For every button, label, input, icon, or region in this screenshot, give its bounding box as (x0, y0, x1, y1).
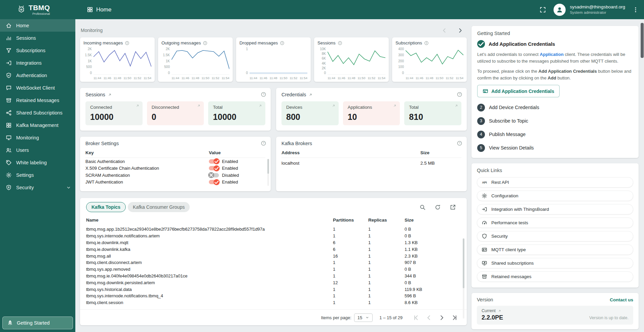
kafka-topic-row[interactable]: tbmq.msg.downlink.persisted.artem1210 B (86, 279, 457, 286)
avatar[interactable] (554, 4, 566, 16)
sidebar-item-white-labeling[interactable]: White labeling (0, 156, 75, 169)
quick-link-performance-tests[interactable]: Performance tests (477, 218, 633, 228)
kafka-topic-row[interactable]: tbmq.msg.ie.040fe4e098454e0db2640b30217a… (86, 273, 457, 279)
getting-started-step-5[interactable]: 5View Session Details (477, 141, 633, 155)
tbmq-logo[interactable]: TBMQ Professional (0, 4, 75, 15)
quick-link-security[interactable]: Security (477, 231, 633, 241)
search-icon[interactable] (419, 204, 426, 210)
kafka-topic-row[interactable]: tbmq.client.disconnect.artem11907 B (86, 259, 457, 266)
fullscreen-icon[interactable] (539, 6, 546, 13)
application-link[interactable]: Application (540, 52, 564, 57)
kafka-topic-row[interactable]: tbmq.sys.app.removed110 B (86, 266, 457, 273)
info-icon[interactable] (280, 41, 285, 45)
prev-page-button[interactable] (425, 314, 432, 321)
topic-size: 2.3 KB (405, 254, 457, 259)
charts-prev-icon[interactable] (441, 27, 448, 34)
quick-link-rest-api[interactable]: APIRest API (477, 177, 633, 188)
getting-started-step-2[interactable]: 2Add Device Credentials (477, 101, 633, 114)
toggle-off-switch[interactable] (209, 173, 219, 177)
sidebar-item-retained-messages[interactable]: Retained Messages (0, 94, 75, 106)
kafka-topic-row[interactable]: tbmq.client.session118.6 KB (86, 299, 457, 306)
home-icon (6, 23, 12, 29)
sidebar-item-websocket-client[interactable]: WebSocket Client (0, 81, 75, 94)
kebab-menu-icon[interactable] (633, 6, 639, 13)
topic-partitions: 1 (333, 300, 368, 305)
broker-settings-title: Broker Settings (85, 141, 119, 146)
brand-name: TBMQ (29, 4, 50, 11)
page-scrollbar[interactable] (641, 20, 644, 331)
help-icon[interactable]: ? (457, 140, 462, 146)
sidebar-item-settings[interactable]: Settings (0, 169, 75, 181)
step-number-badge: 3 (477, 117, 485, 125)
version-status: Version is up to date. (589, 316, 629, 321)
charts-next-icon[interactable] (457, 27, 463, 34)
sidebar-item-users[interactable]: Users (0, 144, 75, 156)
sidebar-item-sessions[interactable]: Sessions (0, 32, 75, 44)
credentials-total-stat[interactable]: Total810 (404, 101, 461, 125)
first-page-button[interactable] (413, 314, 420, 321)
sidebar-item-monitoring[interactable]: Monitoring (0, 131, 75, 144)
kafka-topic-row[interactable]: tbmq.sys.internode.notifications.tbmq_41… (86, 293, 457, 299)
topic-size: 596 B (405, 293, 457, 298)
topic-partitions: 1 (333, 287, 368, 292)
toggle-on-switch[interactable] (209, 180, 219, 184)
tab-kafka-consumer-groups[interactable]: Kafka Consumer Groups (128, 202, 190, 212)
kafka-topic-row[interactable]: tbmq.msg.all1612.3 KB (86, 253, 457, 259)
toggle-on-switch[interactable] (209, 159, 219, 164)
help-icon[interactable]: ? (261, 92, 266, 97)
main-column: Monitoring Incoming messages2K1.5K1K5000… (80, 26, 467, 332)
kafka-topic-row[interactable]: tbmq.ie.downlink.kafka611.1 KB (86, 246, 457, 253)
getting-started-step-4[interactable]: 4Publish Message (477, 128, 633, 141)
kafka-topic-row[interactable]: tbmq.sys.historical.data11119.9 KB (86, 286, 457, 293)
quick-link-retained-messages[interactable]: Retained messages (477, 271, 633, 282)
add-application-credentials-button[interactable]: Add Application Credentials (477, 85, 560, 97)
broker-setting-key: SCRAM Authentication (85, 173, 209, 178)
credentials-applications-stat[interactable]: Applications10 (343, 101, 400, 125)
last-page-button[interactable] (451, 314, 458, 321)
step-number-badge: 5 (477, 144, 485, 152)
refresh-icon[interactable] (434, 204, 441, 210)
sessions-disconnected-stat[interactable]: Disconnected0 (147, 101, 204, 125)
credentials-devices-stat[interactable]: Devices800 (281, 101, 339, 125)
info-icon[interactable] (203, 41, 207, 45)
topic-replicas: 1 (368, 280, 405, 285)
quick-link-label: Configuration (491, 193, 518, 198)
kafka-topic-row[interactable]: tbmq.msg.app.1b2512eca293401e8be2f7376be… (86, 226, 457, 233)
help-icon[interactable]: ? (457, 92, 462, 97)
info-icon[interactable] (424, 41, 429, 45)
items-per-page-select[interactable]: 15 (354, 313, 373, 322)
open-in-new-icon[interactable] (450, 204, 456, 210)
sidebar-item-kafka-management[interactable]: Kafka Management (0, 119, 75, 131)
quick-link-mqtt-client-type[interactable]: MQTT client type (477, 244, 633, 255)
toggle-on-switch[interactable] (209, 166, 219, 170)
chart-card-sessions: Sessions10K8K6K4K2K011:4411:4611:4811:50… (314, 37, 389, 82)
sidebar-item-security[interactable]: Security (0, 181, 75, 194)
getting-started-step-3[interactable]: 3Subscribe to Topic (477, 114, 633, 128)
sidebar-getting-started-button[interactable]: Getting Started (2, 317, 73, 329)
info-icon[interactable] (338, 41, 342, 45)
tab-kafka-topics[interactable]: Kafka Topics (86, 202, 126, 212)
kafka-table-scrollbar[interactable] (463, 238, 464, 319)
broker-settings-scrollbar[interactable] (267, 159, 269, 186)
sidebar-item-authentication[interactable]: Authentication (0, 69, 75, 81)
sidebar-item-shared-subscriptions[interactable]: Shared Subscriptions (0, 106, 75, 119)
quick-link-shared-subscriptions[interactable]: Shared subscriptions (477, 258, 633, 268)
info-icon[interactable] (125, 41, 129, 45)
quick-link-integration-with-thingsboard[interactable]: Integration with ThingsBoard (477, 204, 633, 214)
chart-title: Subscriptions (395, 40, 422, 45)
sidebar-item-home[interactable]: Home (0, 19, 75, 32)
shield-check-icon (6, 72, 12, 78)
contact-us-link[interactable]: Contact us (610, 297, 633, 302)
sidebar-item-label: Sessions (16, 35, 36, 41)
kafka-topic-row[interactable]: tbmq.sys.internode.notifications.artem11… (86, 233, 457, 239)
quick-link-configuration[interactable]: Configuration (477, 191, 633, 201)
sidebar-item-subscriptions[interactable]: Subscriptions (0, 44, 75, 57)
sidebar-item-integrations[interactable]: Integrations (0, 57, 75, 69)
sessions-connected-stat[interactable]: Connected10000 (85, 101, 143, 125)
page-range-label: 1 – 15 of 29 (379, 315, 403, 320)
sessions-total-stat[interactable]: Total10000 (208, 101, 265, 125)
arrow-ne-icon (308, 93, 313, 97)
next-page-button[interactable] (438, 314, 445, 321)
help-icon[interactable]: ? (261, 140, 266, 146)
kafka-topic-row[interactable]: tbmq.ie.downlink.mqtt611.3 KB (86, 239, 457, 246)
